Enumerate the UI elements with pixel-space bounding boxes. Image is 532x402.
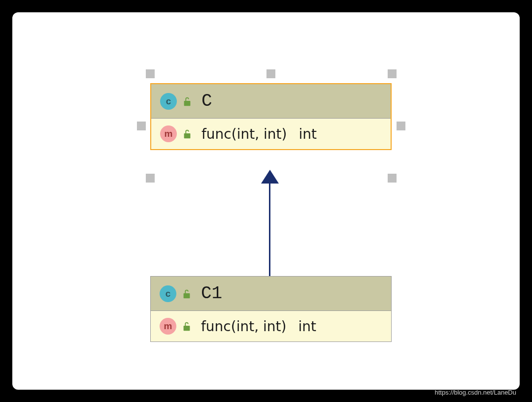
selection-handle-nw[interactable] — [146, 69, 155, 78]
selection-handle-se[interactable] — [388, 174, 397, 183]
selection-handle-e[interactable] — [397, 122, 405, 130]
class-header: c C — [151, 84, 391, 119]
method-signature: func(int, int) — [201, 318, 286, 335]
selection-handle-n[interactable] — [266, 69, 275, 78]
unlock-icon — [181, 321, 192, 332]
unlock-icon — [182, 128, 193, 139]
method-icon: m — [160, 125, 177, 142]
class-header: c C1 — [151, 277, 391, 311]
diagram-canvas[interactable]: c C m func(int, int) int c C — [12, 12, 520, 390]
method-signature: func(int, int) — [201, 126, 287, 142]
selection-handle-sw[interactable] — [146, 174, 155, 183]
class-icon: c — [160, 285, 176, 302]
svg-rect-2 — [184, 293, 190, 298]
method-return-type: int — [299, 126, 317, 142]
method-return-type: int — [298, 318, 316, 335]
class-icon: c — [160, 93, 177, 110]
selection-handle-ne[interactable] — [388, 69, 397, 78]
unlock-icon — [181, 288, 192, 299]
watermark-text: https://blog.csdn.net/LaneDu — [434, 389, 516, 396]
class-box-c[interactable]: c C m func(int, int) int — [150, 83, 392, 150]
class-name: C — [201, 91, 212, 111]
svg-rect-0 — [184, 101, 191, 106]
class-body: m func(int, int) int — [151, 119, 391, 149]
class-box-c1[interactable]: c C1 m func(int, int) int — [150, 276, 392, 342]
inheritance-arrow-line[interactable] — [269, 183, 270, 276]
unlock-icon — [182, 96, 193, 107]
inheritance-arrow-head — [261, 170, 279, 184]
svg-rect-3 — [184, 326, 190, 331]
method-icon: m — [160, 318, 176, 335]
svg-rect-1 — [184, 133, 191, 138]
class-body: m func(int, int) int — [151, 311, 391, 341]
class-name: C1 — [201, 283, 222, 304]
selection-handle-w[interactable] — [137, 122, 146, 130]
